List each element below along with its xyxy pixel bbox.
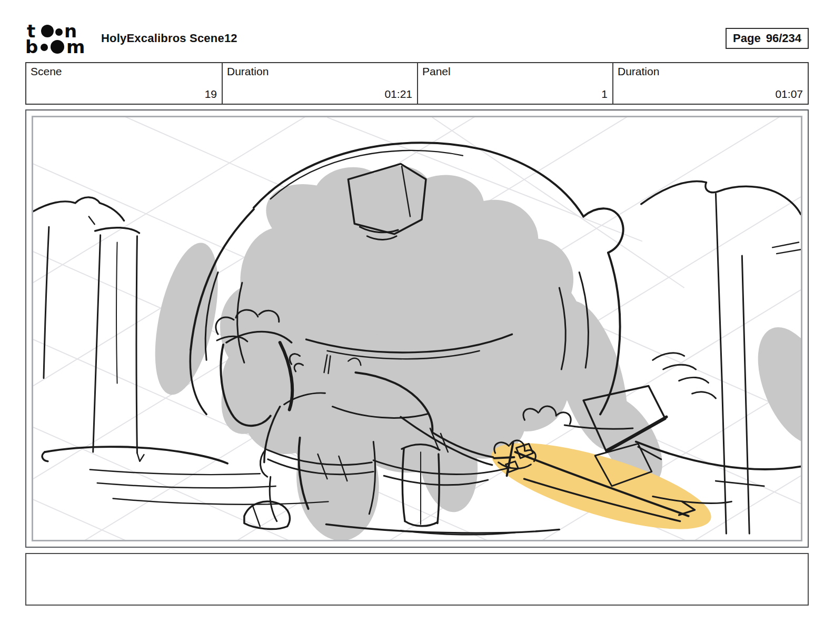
scene-cell: Scene 19 <box>26 63 222 104</box>
scene-value: 19 <box>31 88 217 100</box>
scene-duration-cell: Duration 01:21 <box>222 63 417 104</box>
golem-far-right-arm-shade <box>743 317 801 455</box>
panel-duration-label: Duration <box>618 65 803 78</box>
logo-dot-large-1 <box>41 25 54 37</box>
golem-torso-shade <box>220 166 584 473</box>
page-value: 96/234 <box>766 32 801 45</box>
logo-dot-small-2 <box>41 44 48 51</box>
panel-cell: Panel 1 <box>417 63 612 104</box>
page-header: t n b m HolyExcalibros Scene12 Page 96/2… <box>25 21 809 56</box>
storyboard-panel-frame <box>32 116 802 541</box>
toonboom-logo: t n b m <box>25 22 91 55</box>
brand-block: t n b m HolyExcalibros Scene12 <box>25 22 237 55</box>
logo-dot-small-1 <box>55 28 63 36</box>
storyboard-page: t n b m HolyExcalibros Scene12 Page 96/2… <box>0 0 834 644</box>
project-title: HolyExcalibros Scene12 <box>101 32 237 45</box>
logo-letter-m: m <box>66 36 85 55</box>
scene-info-row: Scene 19 Duration 01:21 Panel 1 Duration… <box>25 62 809 105</box>
caption-box <box>25 553 809 606</box>
panel-label: Panel <box>422 65 608 78</box>
storyboard-drawing <box>33 117 801 540</box>
scene-duration-value: 01:21 <box>227 88 412 100</box>
logo-dot-large-2 <box>51 40 64 54</box>
panel-value: 1 <box>422 88 608 100</box>
page-indicator: Page 96/234 <box>726 28 809 49</box>
panel-duration-cell: Duration 01:07 <box>612 63 808 104</box>
page-label: Page <box>733 32 761 45</box>
logo-letter-b: b <box>25 36 38 55</box>
scene-duration-label: Duration <box>227 65 412 78</box>
storyboard-panel <box>25 109 809 548</box>
panel-duration-value: 01:07 <box>618 88 803 100</box>
scene-label: Scene <box>31 65 217 78</box>
